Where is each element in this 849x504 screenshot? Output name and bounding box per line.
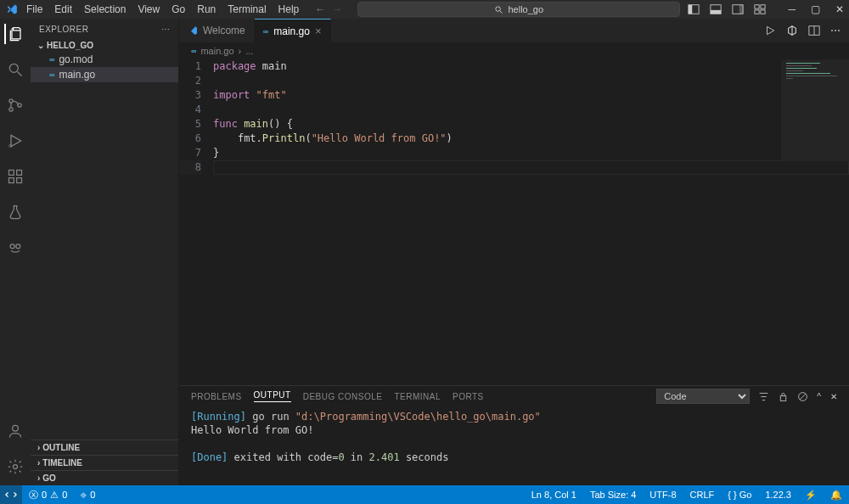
window-controls: ─ ▢ ✕ xyxy=(788,3,844,15)
tab-main-go[interactable]: ∞main.go× xyxy=(255,19,331,42)
menu-view[interactable]: View xyxy=(132,2,166,17)
search-activity-icon[interactable] xyxy=(5,59,25,80)
chevron-down-icon: ⌄ xyxy=(37,41,44,50)
minimap[interactable] xyxy=(781,59,849,161)
settings-gear-icon[interactable] xyxy=(5,456,25,477)
status-item[interactable]: UTF-8 xyxy=(643,490,683,501)
status-item[interactable]: 1.22.3 xyxy=(758,490,798,501)
status-right: Ln 8, Col 1Tab Size: 4UTF-8CRLF{ } Go1.2… xyxy=(525,490,824,501)
panel-lock-icon[interactable] xyxy=(778,391,789,402)
testing-icon[interactable] xyxy=(5,202,25,222)
svg-rect-3 xyxy=(689,5,692,14)
status-item[interactable]: ⚡ xyxy=(798,490,824,501)
minimize-icon[interactable]: ─ xyxy=(788,3,796,15)
menu-selection[interactable]: Selection xyxy=(78,2,132,17)
code-content[interactable]: package main import "fmt" func main() { … xyxy=(208,59,849,385)
status-item[interactable]: { } Go xyxy=(721,490,758,501)
svg-rect-18 xyxy=(9,171,14,176)
panel-filter-icon[interactable] xyxy=(758,391,769,402)
notifications-icon[interactable]: 🔔 xyxy=(824,490,849,501)
file-label: go.mod xyxy=(59,53,93,65)
status-item[interactable]: Tab Size: 4 xyxy=(583,490,643,501)
run-icon[interactable] xyxy=(764,25,776,36)
panel-tab-debug-console[interactable]: DEBUG CONSOLE xyxy=(303,392,383,401)
output-channel-selector[interactable]: Code xyxy=(656,389,750,404)
svg-line-13 xyxy=(18,72,22,76)
svg-point-15 xyxy=(9,108,13,111)
svg-rect-28 xyxy=(781,395,787,400)
svg-rect-10 xyxy=(755,10,759,14)
go-file-icon: ∞ xyxy=(263,27,268,36)
panel-right-controls: Code ^ ✕ xyxy=(656,389,837,404)
remote-indicator-icon[interactable] xyxy=(0,485,22,504)
run-debug-icon[interactable] xyxy=(5,131,25,151)
breadcrumb[interactable]: ∞ main.go › ... xyxy=(179,42,849,59)
sidebar-header: EXPLORER ⋯ xyxy=(31,19,178,39)
vscode-tab-icon xyxy=(188,25,198,36)
extensions-icon[interactable] xyxy=(5,166,25,187)
svg-rect-11 xyxy=(761,10,765,14)
layout-toggle-bottom-icon[interactable] xyxy=(710,3,722,15)
svg-point-23 xyxy=(16,244,20,249)
menu-go[interactable]: Go xyxy=(166,2,191,17)
svg-rect-9 xyxy=(761,5,765,8)
file-main-go[interactable]: ∞main.go xyxy=(31,67,178,82)
menu-edit[interactable]: Edit xyxy=(48,2,78,17)
svg-line-30 xyxy=(801,394,807,400)
root-folder[interactable]: ⌄ HELLO_GO xyxy=(31,39,178,52)
panel-tab-problems[interactable]: PROBLEMS xyxy=(191,392,242,401)
status-item[interactable]: CRLF xyxy=(683,490,722,501)
menu-terminal[interactable]: Terminal xyxy=(222,2,272,17)
status-problems[interactable]: ⓧ0 ⚠0 xyxy=(22,489,74,501)
tab-close-icon[interactable]: × xyxy=(315,25,322,37)
breadcrumb-rest: ... xyxy=(245,46,253,56)
file-go-mod[interactable]: ∞go.mod xyxy=(31,52,178,67)
panel-tab-output[interactable]: OUTPUT xyxy=(254,390,291,402)
warning-count: 0 xyxy=(62,490,67,500)
main-menu: FileEditSelectionViewGoRunTerminalHelp xyxy=(20,2,305,17)
code-editor[interactable]: 12345678 package main import "fmt" func … xyxy=(179,59,849,385)
breadcrumb-file: main.go xyxy=(200,46,233,56)
explorer-icon[interactable] xyxy=(4,24,25,44)
more-actions-icon[interactable]: ⋯ xyxy=(830,25,841,36)
svg-point-22 xyxy=(10,244,14,249)
tab-label: Welcome xyxy=(203,25,245,36)
nav-forward-icon[interactable]: → xyxy=(332,3,342,15)
split-editor-icon[interactable] xyxy=(786,25,798,36)
layout-toggle-right-icon[interactable] xyxy=(732,3,744,15)
accounts-icon[interactable] xyxy=(5,421,25,441)
maximize-icon[interactable]: ▢ xyxy=(811,3,820,15)
go-activity-icon[interactable] xyxy=(5,238,25,258)
panel-close-icon[interactable]: ✕ xyxy=(830,392,838,401)
output-panel-body[interactable]: [Running] go run "d:\Programming\VSCode\… xyxy=(179,406,849,485)
panel-tab-ports[interactable]: PORTS xyxy=(453,392,484,401)
editor-layout-icon[interactable] xyxy=(808,25,820,36)
close-icon[interactable]: ✕ xyxy=(835,3,844,15)
status-bar: ⓧ0 ⚠0 ⎆0 Ln 8, Col 1Tab Size: 4UTF-8CRLF… xyxy=(0,485,849,504)
section-timeline[interactable]: › TIMELINE xyxy=(31,455,178,470)
layout-toggle-left-icon[interactable] xyxy=(688,3,700,15)
menu-run[interactable]: Run xyxy=(191,2,222,17)
menu-file[interactable]: File xyxy=(20,2,48,17)
section-go[interactable]: › GO xyxy=(31,470,178,485)
tab-welcome[interactable]: Welcome xyxy=(179,19,255,42)
status-ports[interactable]: ⎆0 xyxy=(74,490,102,500)
go-file-icon: ∞ xyxy=(191,47,196,55)
editor-area: Welcome∞main.go× ⋯ ∞ main.go › ... 12345… xyxy=(179,19,849,485)
nav-back-icon[interactable]: ← xyxy=(315,3,325,15)
source-control-icon[interactable] xyxy=(5,95,25,115)
svg-point-0 xyxy=(496,6,501,11)
svg-rect-5 xyxy=(711,10,721,14)
status-item[interactable]: Ln 8, Col 1 xyxy=(525,490,583,501)
activity-bar xyxy=(0,19,31,485)
customize-layout-icon[interactable] xyxy=(754,3,766,15)
panel-clear-icon[interactable] xyxy=(797,391,808,402)
svg-point-25 xyxy=(14,465,18,469)
explorer-more-icon[interactable]: ⋯ xyxy=(161,25,171,34)
menu-help[interactable]: Help xyxy=(273,2,306,17)
go-file-icon: ∞ xyxy=(49,70,54,79)
command-center-search[interactable]: hello_go xyxy=(357,2,680,17)
panel-tab-terminal[interactable]: TERMINAL xyxy=(394,392,441,401)
section-outline[interactable]: › OUTLINE xyxy=(31,440,178,455)
panel-maximize-icon[interactable]: ^ xyxy=(817,392,821,401)
